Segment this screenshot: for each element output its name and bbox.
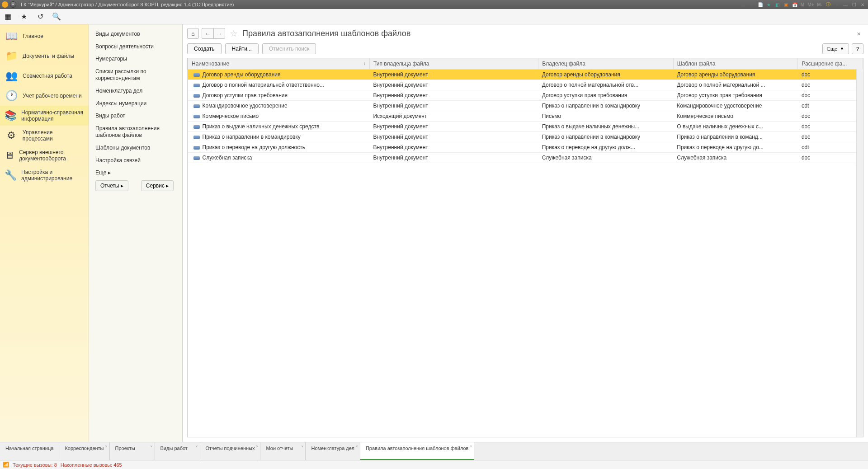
table-row[interactable]: Приказ о выдаче наличных денежных средст… — [188, 122, 863, 132]
apps-icon[interactable]: ▦ — [4, 13, 12, 21]
subsidebar-item-1[interactable]: Вопросы деятельности — [89, 41, 182, 53]
col-header-1[interactable]: Тип владельца файла — [369, 58, 538, 70]
subsidebar-item-7[interactable]: Правила автозаполнения шаблонов файлов — [89, 122, 182, 142]
table-cell: Служебная записка — [188, 153, 370, 163]
table-row[interactable]: Служебная запискаВнутренний документСлуж… — [188, 153, 863, 163]
subsidebar-item-9[interactable]: Настройка связей — [89, 155, 182, 167]
window-tab-0[interactable]: Начальная страница — [0, 442, 59, 460]
tab-close-icon[interactable]: × — [301, 444, 303, 450]
col-header-0[interactable]: Наименование↓ — [188, 58, 370, 70]
table-cell: odt — [798, 101, 863, 111]
tab-close-icon[interactable]: × — [356, 444, 358, 450]
sidebar-icon: 📚 — [5, 109, 17, 122]
rules-table: Наименование↓Тип владельца файлаВладелец… — [188, 58, 863, 163]
more-button[interactable]: Еще ▼ — [822, 43, 849, 54]
tb-ico-2[interactable]: ⎘ — [748, 1, 755, 8]
tab-label: Мои отчеты — [266, 445, 293, 451]
window-tab-7[interactable]: Правила автозаполнения шаблонов файлов× — [360, 442, 475, 460]
chevron-down-icon: ▼ — [840, 47, 844, 51]
window-tab-3[interactable]: Виды работ× — [155, 442, 200, 460]
row-icon — [193, 104, 200, 108]
dropdown-icon[interactable]: ▾ — [833, 1, 840, 8]
info-icon[interactable]: ⓘ — [825, 1, 832, 8]
table-wrap: Наименование↓Тип владельца файлаВладелец… — [187, 58, 863, 437]
table-row[interactable]: Командировочное удостоверениеВнутренний … — [188, 101, 863, 111]
tb-m-minus[interactable]: M- — [816, 2, 823, 7]
tab-close-icon[interactable]: × — [105, 444, 107, 450]
col-header-2[interactable]: Владелец файла — [538, 58, 674, 70]
tb-ico-3[interactable]: 📄 — [757, 1, 764, 8]
table-row[interactable]: Договор уступки прав требованияВнутренни… — [188, 90, 863, 101]
find-button[interactable]: Найти... — [225, 43, 259, 54]
table-row[interactable]: Договор аренды оборудованияВнутренний до… — [188, 70, 863, 80]
sidebar-item-6[interactable]: 🖥Сервер внешнего документооборота — [0, 145, 89, 165]
tb-ico-7[interactable]: 📅 — [791, 1, 798, 8]
sort-indicator-icon: ↓ — [363, 61, 366, 66]
tb-ico-4[interactable]: ★ — [765, 1, 773, 8]
sidebar-item-1[interactable]: 📁Документы и файлы — [0, 46, 89, 66]
subsidebar-item-2[interactable]: Нумераторы — [89, 53, 182, 66]
tab-close-icon[interactable]: × — [470, 444, 472, 450]
sidebar-item-4[interactable]: 📚Нормативно-справочная информация — [0, 106, 89, 126]
tab-close-icon[interactable]: × — [256, 444, 258, 450]
window-tab-1[interactable]: Корреспонденты× — [59, 442, 109, 460]
sidebar-item-5[interactable]: ⚙Управление процессами — [0, 126, 89, 145]
col-header-3[interactable]: Шаблон файла — [673, 58, 798, 70]
sidebar-label: Нормативно-справочная информация — [21, 109, 84, 122]
tb-ico-5[interactable]: ◧ — [774, 1, 781, 8]
tb-m[interactable]: M — [800, 2, 805, 7]
subsidebar-item-3[interactable]: Списки рассылки по корреспондентам — [89, 66, 182, 85]
subsidebar-item-5[interactable]: Индексы нумерации — [89, 98, 182, 110]
subsidebar-item-4[interactable]: Номенклатура дел — [89, 85, 182, 98]
create-button[interactable]: Создать — [187, 43, 222, 54]
home-button[interactable]: ⌂ — [187, 28, 199, 39]
tb-ico-1[interactable]: ▦ — [740, 1, 747, 8]
sidebar-label: Документы и файлы — [23, 53, 74, 59]
sidebar-icon: 📖 — [5, 29, 18, 43]
table-cell: doc — [798, 80, 863, 90]
page-close-button[interactable]: × — [854, 30, 863, 38]
table-cell: Внутренний документ — [369, 101, 538, 111]
search-icon[interactable]: 🔍 — [52, 13, 61, 21]
table-cell: Служебная записка — [538, 153, 674, 163]
minimize-button[interactable]: — — [842, 1, 849, 8]
table-row[interactable]: Приказ о переводе на другую должностьВну… — [188, 142, 863, 153]
tab-close-icon[interactable]: × — [195, 444, 198, 450]
sidebar-item-2[interactable]: 👥Совместная работа — [0, 66, 89, 86]
reports-button[interactable]: Отчеты ▸ — [95, 180, 128, 191]
favorite-star-icon[interactable]: ☆ — [230, 28, 238, 39]
window-tab-2[interactable]: Проекты× — [110, 442, 155, 460]
table-row[interactable]: Приказ о направлении в командировкуВнутр… — [188, 132, 863, 142]
subsidebar-item-6[interactable]: Виды работ — [89, 110, 182, 122]
subsidebar-more[interactable]: Еще ▸ — [89, 167, 182, 178]
table-scrollbar[interactable] — [856, 69, 863, 437]
help-button[interactable]: ? — [852, 43, 863, 54]
table-row[interactable]: Договор о полной материальной ответствен… — [188, 80, 863, 90]
sidebar-item-0[interactable]: 📖Главное — [0, 26, 89, 46]
sidebar-item-7[interactable]: 🔧Настройка и администрирование — [0, 165, 89, 185]
close-button[interactable]: ✕ — [859, 1, 866, 8]
cancel-search-button[interactable]: Отменить поиск — [262, 43, 316, 54]
back-button[interactable]: ← — [202, 28, 213, 39]
history-icon[interactable]: ↺ — [36, 13, 44, 21]
service-button[interactable]: Сервис ▸ — [141, 180, 174, 191]
maximize-button[interactable]: ❐ — [850, 1, 858, 8]
table-row[interactable]: Коммерческое письмоИсходящий документПис… — [188, 111, 863, 122]
sidebar-item-3[interactable]: 🕐Учет рабочего времени — [0, 86, 89, 106]
tab-close-icon[interactable]: × — [150, 444, 152, 450]
col-header-4[interactable]: Расширение фа... — [798, 58, 863, 70]
tb-ico-6[interactable]: ▣ — [783, 1, 790, 8]
status-accum: Накопленные вызовы: 465 — [61, 462, 122, 468]
tab-label: Правила автозаполнения шаблонов файлов — [366, 445, 469, 451]
table-cell: Договор аренды оборудования — [673, 70, 798, 80]
subsidebar-item-0[interactable]: Виды документов — [89, 28, 182, 41]
window-tab-4[interactable]: Отчеты подчиненных× — [200, 442, 261, 460]
window-tab-5[interactable]: Мои отчеты× — [260, 442, 306, 460]
app-dropdown-icon[interactable]: ▾ — [10, 1, 16, 8]
tb-m-plus[interactable]: M+ — [807, 2, 815, 7]
subsidebar-item-8[interactable]: Шаблоны документов — [89, 142, 182, 155]
forward-button[interactable]: → — [213, 28, 225, 39]
table-cell: Приказ о направлении в командировку — [538, 101, 674, 111]
window-tab-6[interactable]: Номенклатура дел× — [306, 442, 360, 460]
star-icon[interactable]: ★ — [20, 13, 28, 21]
